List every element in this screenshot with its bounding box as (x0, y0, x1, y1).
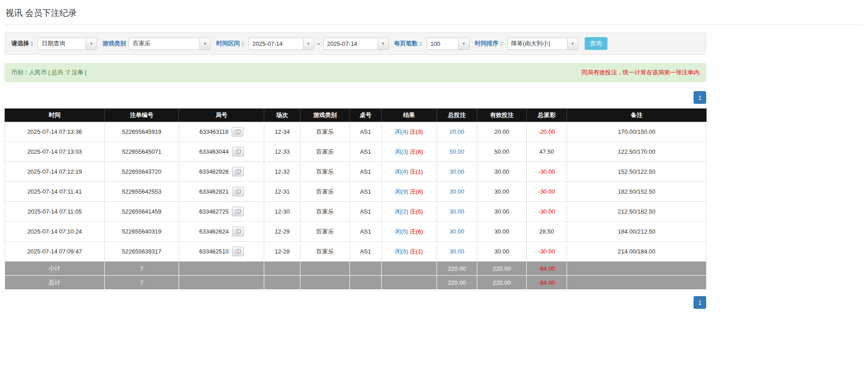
grand-total-valid-bet: 220.00 (477, 276, 527, 290)
select-mode-label: 请选择： (11, 39, 35, 48)
table-row: 2025-07-14 07:11:41 522655642553 6334628… (5, 182, 707, 202)
session-cell: 12-34 (264, 122, 301, 142)
total-bet-cell: 30.00 (437, 242, 477, 262)
subtotal-total-bet: 220.00 (437, 262, 477, 276)
round-id-text: 633462821 (199, 188, 228, 195)
filter-bar: 请选择： ▼ 游戏类别 ▼ 时间区间： ▼ ~ ▼ 每页笔数： ▼ 时间排序： … (5, 32, 706, 55)
round-replay-button[interactable] (232, 147, 244, 156)
table-row: 2025-07-14 07:12:19 522655643720 6334629… (5, 162, 707, 182)
date-from-combobox[interactable]: ▼ (248, 38, 314, 50)
date-from-caret-button[interactable]: ▼ (303, 38, 314, 50)
page-size-input[interactable] (427, 38, 458, 50)
table-row: 2025-07-14 07:13:03 522655645071 6334630… (5, 142, 707, 162)
total-bet-cell: 30.00 (437, 182, 477, 202)
result-cell: 闲(2) 庄(5) (382, 202, 437, 222)
subtotal-count: 7 (105, 262, 179, 276)
table-number-cell: AS1 (350, 182, 382, 202)
chevron-down-icon: ▼ (381, 42, 385, 46)
result-banker: 庄(8) (410, 188, 423, 195)
column-header: 桌号 (350, 109, 382, 122)
valid-bet-cell: 30.00 (477, 222, 527, 242)
query-mode-combobox[interactable]: ▼ (38, 38, 97, 50)
bet-id-cell: 522655639317 (105, 242, 179, 262)
total-bet-link[interactable]: 20.00 (450, 128, 465, 135)
page-title: 视讯 会员下注纪录 (5, 7, 863, 19)
game-type-input[interactable] (129, 38, 199, 50)
date-to-combobox[interactable]: ▼ (323, 38, 389, 50)
round-id-cell: 633462926 (179, 162, 264, 182)
pagination-top: 1 (5, 91, 706, 104)
date-to-input[interactable] (323, 38, 378, 50)
result-banker: 庄(3) (410, 128, 423, 135)
bet-id-cell: 522655642553 (105, 182, 179, 202)
column-header: 总投注 (437, 109, 477, 122)
remark-cell: 152.50/122.50 (567, 162, 707, 182)
page-number-button[interactable]: 1 (693, 91, 706, 104)
game-type-label: 游戏类别 (102, 39, 126, 48)
total-bet-link[interactable]: 30.00 (450, 248, 465, 255)
total-bet-link[interactable]: 30.00 (450, 188, 465, 195)
bet-time-cell: 2025-07-14 07:09:47 (5, 242, 105, 262)
column-header: 结果 (382, 109, 437, 122)
table-number-cell: AS1 (350, 222, 382, 242)
round-replay-button[interactable] (232, 207, 244, 216)
total-bet-link[interactable]: 30.00 (450, 228, 465, 235)
round-id-cell: 633462624 (179, 222, 264, 242)
bet-id-cell: 522655645071 (105, 142, 179, 162)
result-cell: 闲(3) 庄(8) (382, 142, 437, 162)
subtotal-valid-bet: 220.00 (477, 262, 527, 276)
result-player: 闲(2) (395, 208, 408, 215)
date-from-input[interactable] (248, 38, 303, 50)
round-id-text: 633463044 (199, 148, 228, 155)
query-mode-input[interactable] (38, 38, 86, 50)
column-header: 时间 (5, 109, 105, 122)
table-row: 2025-07-14 07:09:47 522655639317 6334625… (5, 242, 707, 262)
round-id-cell: 633462725 (179, 202, 264, 222)
table-number-cell: AS1 (350, 122, 382, 142)
game-type-combobox[interactable]: ▼ (129, 38, 211, 50)
round-replay-button[interactable] (232, 227, 244, 236)
cards-icon (234, 129, 241, 135)
sort-order-input[interactable] (507, 38, 567, 50)
cards-icon (235, 209, 241, 214)
sort-order-label: 时间排序： (475, 39, 504, 48)
table-row: 2025-07-14 07:11:05 522655641459 6334627… (5, 202, 707, 222)
sort-order-caret-button[interactable]: ▼ (567, 38, 578, 50)
total-bet-link[interactable]: 50.00 (450, 148, 465, 155)
bet-id-cell: 522655645919 (105, 122, 179, 142)
sort-order-combobox[interactable]: ▼ (507, 38, 578, 50)
cards-icon (235, 249, 241, 254)
total-bet-link[interactable]: 30.00 (450, 208, 465, 215)
page-size-combobox[interactable]: ▼ (427, 38, 470, 50)
remark-cell: 170.00/150.00 (567, 122, 707, 142)
round-replay-button[interactable] (232, 167, 244, 176)
game-type-cell: 百家乐 (301, 142, 350, 162)
result-player: 闲(9) (395, 188, 408, 195)
result-banker: 庄(6) (410, 228, 423, 235)
table-row: 2025-07-14 07:10:24 522655640319 6334626… (5, 222, 707, 242)
table-body: 2025-07-14 07:13:36 522655645919 6334631… (5, 122, 707, 262)
round-replay-button[interactable] (232, 247, 244, 256)
valid-bet-cell: 30.00 (477, 202, 527, 222)
round-replay-button[interactable] (232, 127, 243, 136)
result-cell: 闲(4) 庄(1) (382, 162, 437, 182)
table-header-row: 时间注单编号局号场次游戏类别桌号结果总投注有效投注总派彩备注 (5, 109, 707, 122)
game-type-caret-button[interactable]: ▼ (199, 38, 211, 50)
payout-cell: -20.00 (527, 122, 567, 142)
total-bet-link[interactable]: 30.00 (450, 168, 465, 175)
page-size-caret-button[interactable]: ▼ (458, 38, 470, 50)
round-replay-button[interactable] (232, 187, 244, 196)
chevron-down-icon: ▼ (204, 42, 207, 46)
round-id-cell: 633463044 (179, 142, 264, 162)
result-player: 闲(4) (395, 128, 408, 135)
page-number-button[interactable]: 1 (693, 296, 706, 309)
round-id-text: 633462926 (199, 168, 228, 175)
query-mode-caret-button[interactable]: ▼ (86, 38, 97, 50)
subtotal-row: 小计 7 220.00 220.00 -64.00 (5, 262, 707, 276)
result-banker: 庄(5) (410, 208, 423, 215)
result-banker: 庄(1) (410, 168, 423, 175)
date-to-caret-button[interactable]: ▼ (378, 38, 389, 50)
table-number-cell: AS1 (350, 202, 382, 222)
search-button[interactable]: 查询 (585, 37, 607, 50)
column-header: 游戏类别 (301, 109, 350, 122)
